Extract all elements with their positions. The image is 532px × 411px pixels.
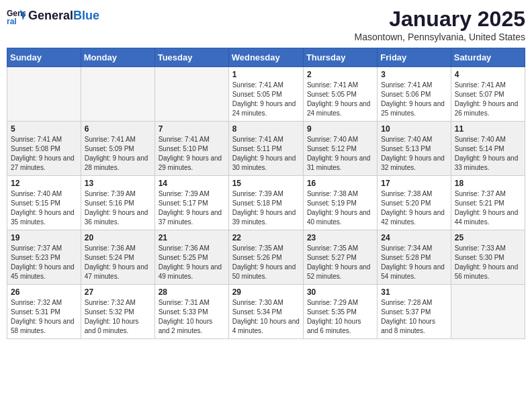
day-number: 18: [455, 179, 521, 188]
day-number: 24: [381, 233, 447, 242]
calendar-cell: 11Sunrise: 7:40 AM Sunset: 5:14 PM Dayli…: [451, 122, 525, 176]
day-number: 22: [232, 233, 300, 242]
cell-content: Sunrise: 7:41 AM Sunset: 5:10 PM Dayligh…: [159, 135, 225, 173]
cell-content: Sunrise: 7:37 AM Sunset: 5:21 PM Dayligh…: [455, 189, 521, 227]
header-sunday: Sunday: [7, 48, 81, 67]
day-number: 13: [85, 179, 151, 188]
header-monday: Monday: [81, 48, 154, 67]
day-number: 9: [307, 124, 373, 134]
cell-content: Sunrise: 7:41 AM Sunset: 5:05 PM Dayligh…: [307, 81, 373, 118]
cell-content: Sunrise: 7:38 AM Sunset: 5:20 PM Dayligh…: [381, 189, 447, 227]
logo-icon: Gene ral: [7, 7, 26, 26]
day-number: 2: [307, 70, 373, 79]
day-number: 29: [232, 287, 300, 297]
day-number: 11: [455, 124, 521, 134]
calendar-cell: 13Sunrise: 7:39 AM Sunset: 5:16 PM Dayli…: [81, 176, 154, 230]
calendar-cell: [7, 67, 81, 122]
cell-content: Sunrise: 7:29 AM Sunset: 5:35 PM Dayligh…: [307, 298, 373, 336]
day-number: 4: [455, 70, 521, 79]
logo: Gene ral GeneralBlue: [7, 7, 99, 26]
calendar-cell: [81, 67, 154, 122]
day-number: 17: [381, 179, 447, 188]
calendar-cell: 3Sunrise: 7:41 AM Sunset: 5:06 PM Daylig…: [378, 67, 451, 122]
day-number: 10: [381, 124, 447, 134]
calendar-cell: [154, 67, 228, 122]
calendar-cell: 5Sunrise: 7:41 AM Sunset: 5:08 PM Daylig…: [7, 122, 81, 176]
header-friday: Friday: [378, 48, 451, 67]
logo-text: GeneralBlue: [28, 9, 99, 23]
calendar-cell: 20Sunrise: 7:36 AM Sunset: 5:24 PM Dayli…: [81, 230, 154, 285]
calendar-cell: 6Sunrise: 7:41 AM Sunset: 5:09 PM Daylig…: [81, 122, 154, 176]
day-number: 30: [307, 287, 373, 297]
day-number: 19: [11, 233, 77, 242]
cell-content: Sunrise: 7:40 AM Sunset: 5:15 PM Dayligh…: [11, 189, 77, 227]
calendar-cell: 18Sunrise: 7:37 AM Sunset: 5:21 PM Dayli…: [451, 176, 525, 230]
day-number: 21: [159, 233, 225, 242]
header-tuesday: Tuesday: [154, 48, 228, 67]
calendar-cell: 16Sunrise: 7:38 AM Sunset: 5:19 PM Dayli…: [303, 176, 377, 230]
cell-content: Sunrise: 7:32 AM Sunset: 5:32 PM Dayligh…: [85, 298, 151, 336]
cell-content: Sunrise: 7:41 AM Sunset: 5:09 PM Dayligh…: [85, 135, 151, 173]
calendar-cell: 24Sunrise: 7:34 AM Sunset: 5:28 PM Dayli…: [378, 230, 451, 285]
day-number: 14: [159, 179, 225, 188]
cell-content: Sunrise: 7:39 AM Sunset: 5:18 PM Dayligh…: [232, 189, 300, 227]
calendar-cell: 8Sunrise: 7:41 AM Sunset: 5:11 PM Daylig…: [228, 122, 303, 176]
header-saturday: Saturday: [451, 48, 525, 67]
cell-content: Sunrise: 7:40 AM Sunset: 5:12 PM Dayligh…: [307, 135, 373, 173]
day-number: 8: [232, 124, 300, 134]
calendar-week-row: 5Sunrise: 7:41 AM Sunset: 5:08 PM Daylig…: [7, 122, 525, 176]
calendar-cell: 7Sunrise: 7:41 AM Sunset: 5:10 PM Daylig…: [154, 122, 228, 176]
cell-content: Sunrise: 7:41 AM Sunset: 5:11 PM Dayligh…: [232, 135, 300, 173]
day-number: 16: [307, 179, 373, 188]
cell-content: Sunrise: 7:36 AM Sunset: 5:25 PM Dayligh…: [159, 244, 225, 281]
cell-content: Sunrise: 7:40 AM Sunset: 5:14 PM Dayligh…: [455, 135, 521, 173]
day-number: 7: [159, 124, 225, 134]
svg-text:ral: ral: [7, 17, 17, 26]
calendar-cell: 12Sunrise: 7:40 AM Sunset: 5:15 PM Dayli…: [7, 176, 81, 230]
day-number: 3: [381, 70, 447, 79]
day-number: 12: [11, 179, 77, 188]
calendar-cell: 2Sunrise: 7:41 AM Sunset: 5:05 PM Daylig…: [303, 67, 377, 122]
calendar-cell: 9Sunrise: 7:40 AM Sunset: 5:12 PM Daylig…: [303, 122, 377, 176]
calendar-cell: 30Sunrise: 7:29 AM Sunset: 5:35 PM Dayli…: [303, 285, 377, 339]
calendar-table: SundayMondayTuesdayWednesdayThursdayFrid…: [7, 48, 525, 339]
header-thursday: Thursday: [303, 48, 377, 67]
day-number: 6: [85, 124, 151, 134]
calendar-cell: 19Sunrise: 7:37 AM Sunset: 5:23 PM Dayli…: [7, 230, 81, 285]
calendar-week-row: 26Sunrise: 7:32 AM Sunset: 5:31 PM Dayli…: [7, 285, 525, 339]
calendar-week-row: 19Sunrise: 7:37 AM Sunset: 5:23 PM Dayli…: [7, 230, 525, 285]
calendar-cell: 4Sunrise: 7:41 AM Sunset: 5:07 PM Daylig…: [451, 67, 525, 122]
day-number: 26: [11, 287, 77, 297]
calendar-cell: 26Sunrise: 7:32 AM Sunset: 5:31 PM Dayli…: [7, 285, 81, 339]
calendar-cell: 25Sunrise: 7:33 AM Sunset: 5:30 PM Dayli…: [451, 230, 525, 285]
cell-content: Sunrise: 7:36 AM Sunset: 5:24 PM Dayligh…: [85, 244, 151, 281]
calendar-cell: 27Sunrise: 7:32 AM Sunset: 5:32 PM Dayli…: [81, 285, 154, 339]
cell-content: Sunrise: 7:34 AM Sunset: 5:28 PM Dayligh…: [381, 244, 447, 281]
calendar-header-row: SundayMondayTuesdayWednesdayThursdayFrid…: [7, 48, 525, 67]
cell-content: Sunrise: 7:31 AM Sunset: 5:33 PM Dayligh…: [159, 298, 225, 336]
day-number: 15: [232, 179, 300, 188]
cell-content: Sunrise: 7:30 AM Sunset: 5:34 PM Dayligh…: [232, 298, 300, 336]
header: Gene ral GeneralBlue January 2025 Masont…: [7, 7, 525, 42]
calendar-subtitle: Masontown, Pennsylvania, United States: [355, 32, 525, 42]
calendar-week-row: 12Sunrise: 7:40 AM Sunset: 5:15 PM Dayli…: [7, 176, 525, 230]
cell-content: Sunrise: 7:38 AM Sunset: 5:19 PM Dayligh…: [307, 189, 373, 227]
cell-content: Sunrise: 7:35 AM Sunset: 5:26 PM Dayligh…: [232, 244, 300, 281]
calendar-cell: [451, 285, 525, 339]
day-number: 5: [11, 124, 77, 134]
day-number: 31: [381, 287, 447, 297]
calendar-cell: 15Sunrise: 7:39 AM Sunset: 5:18 PM Dayli…: [228, 176, 303, 230]
day-number: 28: [159, 287, 225, 297]
cell-content: Sunrise: 7:39 AM Sunset: 5:16 PM Dayligh…: [85, 189, 151, 227]
cell-content: Sunrise: 7:33 AM Sunset: 5:30 PM Dayligh…: [455, 244, 521, 281]
calendar-cell: 22Sunrise: 7:35 AM Sunset: 5:26 PM Dayli…: [228, 230, 303, 285]
calendar-title: January 2025: [355, 7, 525, 32]
day-number: 1: [232, 70, 300, 79]
calendar-cell: 1Sunrise: 7:41 AM Sunset: 5:05 PM Daylig…: [228, 67, 303, 122]
cell-content: Sunrise: 7:37 AM Sunset: 5:23 PM Dayligh…: [11, 244, 77, 281]
day-number: 23: [307, 233, 373, 242]
day-number: 27: [85, 287, 151, 297]
cell-content: Sunrise: 7:41 AM Sunset: 5:08 PM Dayligh…: [11, 135, 77, 173]
cell-content: Sunrise: 7:32 AM Sunset: 5:31 PM Dayligh…: [11, 298, 77, 336]
cell-content: Sunrise: 7:28 AM Sunset: 5:37 PM Dayligh…: [381, 298, 447, 336]
